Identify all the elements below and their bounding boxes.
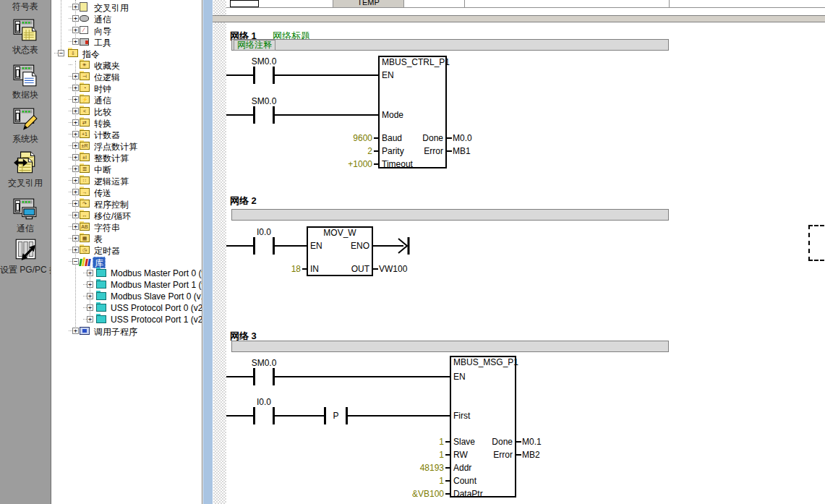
box-output-pin: ENO [326,241,369,251]
wire [445,454,450,456]
wire [516,454,521,456]
pin-value[interactable]: 1 [380,450,444,460]
wire [374,150,378,152]
edit-cursor-box[interactable] [808,225,825,261]
box-output-pin: Error [400,146,443,156]
wire [226,245,253,247]
ladder-layer: 网络 1网络标题网络注释SM0.0SM0.0MBUS_CTRL_P1ENMode… [0,0,825,504]
pin-value[interactable]: 1 [380,476,444,486]
box-output-pin: Error [469,450,513,460]
pin-value[interactable]: 9600 [309,133,372,143]
wire [226,74,253,76]
pin-operand[interactable]: MB1 [453,146,471,156]
wire [373,268,378,270]
edge-contact-label[interactable]: P [326,411,346,421]
wire [445,441,450,443]
instruction-box-title: MBUS_CTRL_P1 [382,57,450,67]
pin-value[interactable]: +1000 [309,159,372,169]
wire [226,114,253,116]
network-comment-bar[interactable] [231,209,669,221]
wire [226,376,253,377]
wire [275,415,324,417]
wire [445,467,450,469]
wire [275,245,307,247]
contact-operand[interactable]: I0.0 [241,397,287,407]
box-output-pin: OUT [326,264,369,274]
contact-operand[interactable]: SM0.0 [241,358,287,368]
box-input-pin: Count [453,476,476,486]
instruction-box-title: MOV_W [307,228,373,238]
box-input-pin: Timeout [382,159,413,169]
contact-operand[interactable]: I0.0 [241,227,287,237]
box-input-pin: Baud [382,133,402,143]
pin-operand[interactable]: VW100 [379,264,407,274]
contact-bar [253,237,255,255]
box-input-pin: IN [310,264,319,274]
wire [374,163,378,165]
contact-bar [253,67,255,84]
wire [447,150,452,152]
wire [516,441,521,443]
wire [348,415,450,417]
box-input-pin: EN [382,70,394,80]
box-input-pin: EN [453,372,466,382]
contact-operand[interactable]: SM0.0 [241,96,287,106]
box-input-pin: Addr [453,463,471,473]
box-input-pin: EN [310,241,322,251]
wire [275,376,450,377]
instruction-box-title: MBUS_MSG_P1 [453,357,518,367]
box-input-pin: First [453,411,470,421]
micro-win-window: { "colors":{"accent_green":"#008000","va… [0,0,825,504]
contact-bar [253,106,255,124]
wire [445,493,450,495]
wire [226,415,253,417]
wire [445,480,450,482]
wire [447,137,452,139]
pin-value[interactable]: &VB100 [380,489,444,499]
network-comment-bar[interactable] [231,341,669,352]
contact-bar [253,407,255,424]
contact-bar [253,368,255,385]
wire [374,137,378,139]
contact-operand[interactable]: SM0.0 [241,56,287,67]
box-output-pin: Done [400,133,443,143]
pin-value[interactable]: 2 [309,146,372,156]
pin-value[interactable]: 48193 [380,463,444,473]
pin-value[interactable]: 18 [237,264,301,274]
pin-operand[interactable]: M0.1 [522,437,542,447]
wire [275,114,378,116]
eno-continuation-arrow [396,236,411,256]
pin-operand[interactable]: MB2 [522,450,540,460]
network-title: 网络 2 [230,195,257,208]
box-input-pin: DataPtr [453,489,483,499]
box-input-pin: RW [453,450,468,460]
network-comment-text[interactable]: 网络注释 [234,40,275,51]
pin-operand[interactable]: M0.0 [453,133,472,143]
network-comment-bar[interactable]: 网络注释 [231,39,669,51]
wire [275,74,378,76]
wire [302,268,307,270]
box-input-pin: Mode [382,110,403,120]
pin-value[interactable]: 1 [380,437,444,447]
box-output-pin: Done [469,437,513,447]
